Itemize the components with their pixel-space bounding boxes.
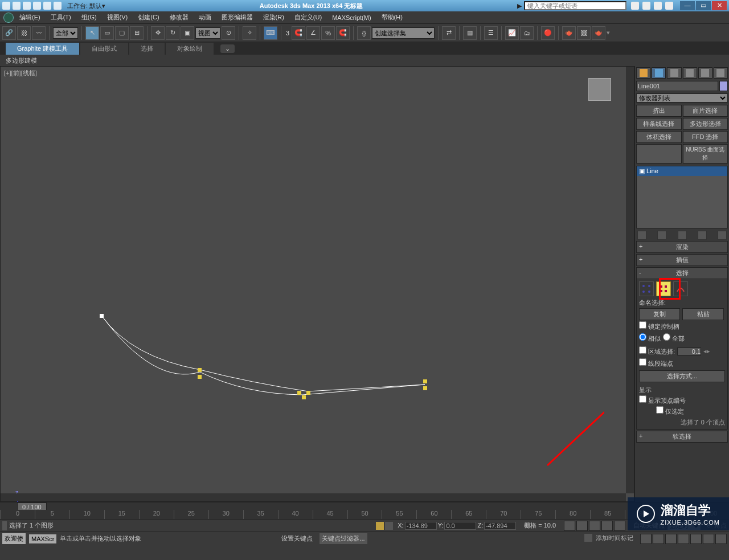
angle-snap-button[interactable]: ∠	[306, 26, 320, 40]
refcoord-selector[interactable]: 视图	[195, 27, 220, 39]
modifier-stack[interactable]: ▣ Line	[636, 166, 728, 228]
tab-create[interactable]	[636, 67, 650, 79]
menu-group[interactable]: 组(G)	[81, 13, 97, 22]
infocenter-icon[interactable]	[631, 2, 639, 10]
bind-button[interactable]: 〰	[32, 26, 46, 40]
viewport-hscroll[interactable]	[1, 493, 626, 501]
rotate-button[interactable]: ↻	[166, 26, 179, 40]
exchange-icon[interactable]	[642, 2, 650, 10]
select-manip-button[interactable]: ✧	[243, 26, 256, 40]
zoom-extents-button[interactable]	[665, 534, 677, 544]
link-button[interactable]: 🔗	[2, 26, 16, 40]
link-icon[interactable]	[54, 2, 62, 10]
subobj-segment[interactable]	[656, 281, 671, 296]
lock-icon[interactable]	[376, 522, 384, 530]
maximize-vp-button[interactable]	[715, 534, 727, 544]
search-input[interactable]	[524, 1, 626, 10]
menu-edit[interactable]: 编辑(E)	[19, 13, 40, 22]
keyboard-shortcut-button[interactable]: ⌨	[264, 26, 277, 40]
menu-help[interactable]: 帮助(H)	[382, 13, 403, 22]
tab-display[interactable]	[698, 67, 712, 79]
tab-graphite[interactable]: Graphite 建模工具	[6, 43, 79, 55]
redo-icon[interactable]	[43, 2, 51, 10]
render-setup-button[interactable]: 🫖	[562, 26, 576, 40]
new-icon[interactable]	[2, 2, 10, 10]
menu-maxscript[interactable]: MAXScript(M)	[332, 14, 371, 21]
menu-tools[interactable]: 工具(T)	[51, 13, 71, 22]
subobj-spline[interactable]	[673, 281, 688, 296]
tab-motion[interactable]	[683, 67, 697, 79]
rollout-selection[interactable]: -选择	[636, 267, 728, 279]
layers-button[interactable]: ☰	[484, 26, 498, 40]
minimize-button[interactable]: —	[680, 1, 695, 10]
pivot-button[interactable]: ⊙	[222, 26, 235, 40]
filter-selector[interactable]: 全部	[53, 27, 78, 39]
mod-spline-select[interactable]: 样条线选择	[636, 118, 682, 130]
region-rect-button[interactable]: ▢	[115, 26, 129, 40]
zoom-all-button[interactable]	[653, 534, 664, 544]
render-button[interactable]: 🫖	[592, 26, 605, 40]
mod-patch-select[interactable]: 面片选择	[683, 105, 728, 117]
align-button[interactable]: ▤	[463, 26, 477, 40]
mod-poly-select[interactable]: 多边形选择	[683, 118, 728, 130]
x-input[interactable]	[405, 522, 437, 530]
tab-freeform[interactable]: 自由形式	[80, 43, 128, 55]
select-by-button[interactable]: 选择方式...	[639, 370, 725, 382]
tab-utilities[interactable]	[714, 67, 728, 79]
pin-stack-button[interactable]	[637, 231, 646, 240]
viewport[interactable]: [+][前][线框] z x	[0, 66, 634, 502]
selection-set-dropdown[interactable]: 创建选择集	[372, 27, 435, 39]
subobj-vertex[interactable]	[639, 281, 654, 296]
rollout-render[interactable]: +渲染	[636, 241, 728, 253]
grip-icon[interactable]	[2, 521, 7, 530]
area-select-spinner[interactable]	[677, 348, 701, 355]
menu-view[interactable]: 视图(V)	[107, 13, 128, 22]
fov-button[interactable]	[678, 534, 689, 544]
lock-handles-checkbox[interactable]: 锁定控制柄	[639, 321, 725, 331]
unlink-button[interactable]: ⛓	[17, 26, 31, 40]
seg-end-checkbox[interactable]: 线段端点	[639, 358, 725, 368]
maxscript-tab[interactable]: MAXScr	[29, 534, 56, 543]
goto-end-button[interactable]	[614, 521, 625, 531]
curve-editor-button[interactable]: 📈	[505, 26, 519, 40]
isolate-icon[interactable]	[385, 522, 393, 530]
window-crossing-button[interactable]: ⊞	[130, 26, 144, 40]
spinner-snap-button[interactable]: 🧲	[336, 26, 350, 40]
setkey-button[interactable]: 设置关键点	[281, 534, 313, 543]
timeline[interactable]: 0 / 100 05101520253035404550556065707580…	[0, 502, 729, 519]
save-icon[interactable]	[23, 2, 31, 10]
paste-button[interactable]: 粘贴	[682, 308, 723, 320]
maximize-button[interactable]: ▭	[696, 1, 711, 10]
ribbon-panel-label[interactable]: 多边形建模	[6, 56, 37, 65]
tab-modify[interactable]	[652, 67, 666, 79]
material-editor-button[interactable]: 🔴	[541, 26, 555, 40]
goto-start-button[interactable]	[564, 521, 575, 531]
undo-icon[interactable]	[33, 2, 41, 10]
tab-hierarchy[interactable]	[667, 67, 681, 79]
named-selset-button[interactable]: {}	[357, 26, 371, 40]
configure-button[interactable]	[718, 231, 727, 240]
viewport-vscroll[interactable]	[626, 67, 634, 493]
open-icon[interactable]	[13, 2, 21, 10]
z-input[interactable]	[484, 522, 516, 530]
ribbon-expand-button[interactable]: ⌄	[220, 44, 235, 53]
rollout-interp[interactable]: +插值	[636, 254, 728, 266]
area-select-checkbox[interactable]: 区域选择:	[639, 346, 675, 356]
show-vtx-checkbox[interactable]: 显示顶点编号	[639, 395, 725, 405]
mirror-button[interactable]: ⇄	[442, 26, 456, 40]
mod-empty[interactable]	[636, 144, 682, 163]
snap-toggle-button[interactable]: 🧲	[292, 26, 305, 40]
mod-nurbs-select[interactable]: NURBS 曲面选择	[683, 144, 728, 163]
mod-ffd-select[interactable]: FFD 选择	[683, 131, 728, 143]
menu-modifier[interactable]: 修改器	[170, 13, 189, 22]
mod-extrude[interactable]: 挤出	[636, 105, 682, 117]
percent-snap-button[interactable]: %	[321, 26, 335, 40]
welcome-tab[interactable]: 欢迎使	[2, 533, 26, 544]
tab-paint[interactable]: 对象绘制	[166, 43, 214, 55]
play-button[interactable]	[589, 521, 600, 531]
workspace-label[interactable]: 工作台: 默认	[67, 2, 102, 10]
menu-graph[interactable]: 图形编辑器	[222, 13, 253, 22]
favorite-icon[interactable]	[654, 2, 662, 10]
make-unique-button[interactable]	[678, 231, 687, 240]
orbit-button[interactable]	[703, 534, 714, 544]
